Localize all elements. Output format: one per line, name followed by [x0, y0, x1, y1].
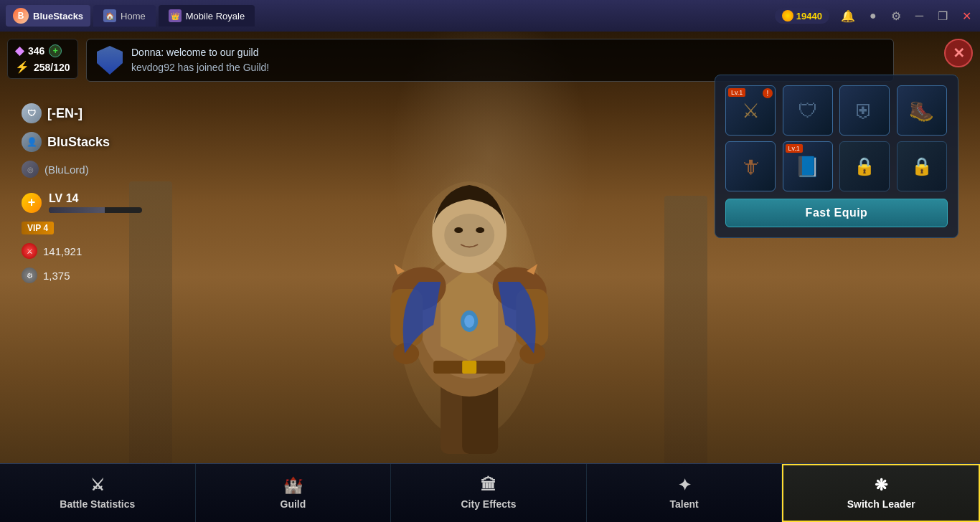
nav-talent[interactable]: ✦ Talent: [587, 464, 783, 522]
titlebar-right: 19440 🔔 ● ⚙ ─ ❐ ✕: [775, 8, 974, 24]
energy-row: ⚡ 258/120: [15, 60, 70, 74]
power-value: 141,921: [43, 245, 82, 257]
city-effects-label: City Effects: [461, 498, 516, 510]
guild-name-row: 🛡 [-EN-]: [22, 103, 142, 123]
bottom-nav: ⚔ Battle Statistics 🏰 Guild 🏛 City Effec…: [0, 463, 980, 522]
tab-home[interactable]: 🏠 Home: [93, 5, 156, 27]
city-effects-icon: 🏛: [481, 476, 496, 495]
bluestacks-label: BlueStacks: [33, 11, 83, 22]
guild-tag: [-EN-]: [47, 106, 83, 121]
title-bar: B BlueStacks 🏠 Home 👑 Mobile Royale 1944…: [0, 0, 980, 32]
guild-icon: 🏰: [283, 476, 303, 495]
equip-slot-shield2[interactable]: Lv.1 📘: [783, 141, 833, 191]
equipment-panel: Lv.1 ! ⚔ 🛡 ⛨ 🥾 🗡 Lv.1 �: [715, 75, 958, 238]
close-icon: ✕: [953, 44, 965, 62]
equip-warn-badge: !: [763, 88, 773, 98]
equip-shield-level-badge: Lv.1: [786, 144, 803, 153]
equipment-grid: Lv.1 ! ⚔ 🛡 ⛨ 🥾 🗡 Lv.1 �: [725, 85, 948, 191]
bluestacks-icon: B: [13, 8, 29, 24]
close-button[interactable]: ✕: [944, 39, 973, 67]
pillar-right: [664, 196, 707, 468]
settings-button[interactable]: ⚙: [888, 9, 904, 23]
boots-icon: 🥾: [909, 99, 934, 123]
equip-slot-chest[interactable]: 🛡: [783, 85, 833, 136]
equip-slot-boots[interactable]: 🥾: [897, 85, 947, 136]
player-title: (BluLord): [44, 163, 89, 176]
guild-label: Guild: [281, 498, 306, 510]
tab-home-label: Home: [121, 11, 146, 22]
bluestacks-logo[interactable]: B BlueStacks: [6, 5, 90, 27]
helmet-icon: ⛨: [854, 99, 875, 123]
talent-icon: ✦: [678, 476, 691, 495]
energy-amount: 258/120: [34, 62, 70, 73]
sword2-icon: 🗡: [740, 155, 760, 179]
tab-game[interactable]: 👑 Mobile Royale: [159, 5, 255, 27]
account-button[interactable]: ●: [867, 9, 880, 22]
nav-city-effects[interactable]: 🏛 City Effects: [391, 464, 587, 522]
diamond-amount: 346: [28, 45, 44, 57]
troops-value: 1,375: [43, 270, 70, 282]
notification-text: Donna: welcome to our guild kevdog92 has…: [131, 45, 269, 75]
close-window-button[interactable]: ✕: [959, 9, 974, 23]
lock1-icon: 🔒: [854, 156, 875, 176]
battle-statistics-icon: ⚔: [90, 476, 105, 495]
power-icon: ⚔: [22, 243, 37, 259]
arch-background: [311, 32, 669, 447]
equip-slot-weapon[interactable]: Lv.1 ! ⚔: [725, 85, 776, 136]
game-tab-icon: 👑: [169, 9, 182, 22]
weapon-icon: ⚔: [742, 99, 760, 123]
guild-shield-icon: [97, 46, 123, 75]
vip-row: VIP 4: [22, 222, 142, 234]
player-info-panel: 🛡 [-EN-] 👤 BluStacks ◎ (BluLord) + LV 14…: [22, 103, 142, 283]
player-avatar: 👤: [22, 132, 42, 152]
add-diamonds-button[interactable]: +: [49, 44, 62, 57]
shield2-icon: 📘: [795, 155, 820, 179]
energy-icon: ⚡: [15, 60, 29, 74]
level-bar-fill: [49, 207, 105, 213]
player-name: BluStacks: [47, 135, 110, 150]
level-info: LV 14: [49, 192, 142, 213]
switch-leader-icon: ❋: [875, 476, 887, 495]
title-icon: ◎: [22, 161, 39, 178]
equip-level-badge: Lv.1: [728, 88, 745, 97]
equip-slot-sword2[interactable]: 🗡: [725, 141, 776, 191]
guild-badge: 🛡: [22, 103, 42, 123]
level-row: + LV 14: [22, 192, 142, 213]
equip-slot-lock2[interactable]: 🔒: [897, 141, 947, 191]
equip-slot-lock1[interactable]: 🔒: [839, 141, 890, 191]
fast-equip-button[interactable]: Fast Equip: [725, 199, 948, 227]
lock2-icon: 🔒: [911, 156, 933, 176]
coin-icon: [782, 10, 793, 22]
troops-row: ⚙ 1,375: [22, 267, 142, 283]
coin-amount: 19440: [796, 11, 822, 22]
player-title-row: ◎ (BluLord): [22, 161, 142, 178]
coin-display: 19440: [775, 8, 829, 24]
player-name-row: 👤 BluStacks: [22, 132, 142, 152]
level-plus-button[interactable]: +: [22, 193, 42, 213]
tab-game-label: Mobile Royale: [186, 11, 245, 22]
vip-badge: VIP 4: [22, 222, 54, 234]
home-tab-icon: 🏠: [103, 9, 116, 22]
notification-button[interactable]: 🔔: [838, 9, 858, 23]
nav-guild[interactable]: 🏰 Guild: [196, 464, 392, 522]
game-area: Donna: welcome to our guild kevdog92 has…: [0, 32, 980, 522]
troops-icon: ⚙: [22, 267, 37, 283]
minimize-button[interactable]: ─: [913, 9, 926, 22]
diamond-icon: ◆: [15, 44, 24, 57]
nav-battle-statistics[interactable]: ⚔ Battle Statistics: [0, 464, 196, 522]
power-row: ⚔ 141,921: [22, 243, 142, 259]
chest-icon: 🛡: [798, 99, 818, 123]
notif-line1: Donna: welcome to our guild: [131, 45, 269, 60]
resource-bar: ◆ 346 + ⚡ 258/120: [7, 39, 78, 79]
talent-label: Talent: [669, 498, 698, 510]
equip-slot-helmet[interactable]: ⛨: [839, 85, 890, 136]
switch-leader-label: Switch Leader: [847, 498, 915, 510]
nav-switch-leader[interactable]: ❋ Switch Leader: [782, 464, 980, 522]
diamond-row: ◆ 346 +: [15, 44, 70, 57]
restore-button[interactable]: ❐: [935, 9, 951, 23]
battle-statistics-label: Battle Statistics: [60, 498, 135, 510]
level-label: LV 14: [49, 192, 142, 205]
notif-line2: kevdog92 has joined the Guild!: [131, 60, 269, 75]
level-progress-bar: [49, 207, 142, 213]
